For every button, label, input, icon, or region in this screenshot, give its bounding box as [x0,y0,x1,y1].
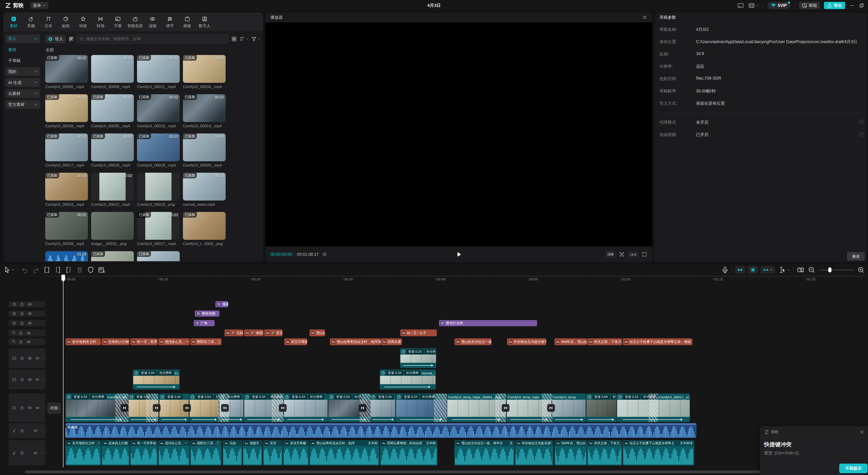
lock-icon[interactable] [19,331,23,335]
more-options-icon[interactable]: ··· [41,451,45,455]
tab-数字人[interactable]: 数字人 [196,14,213,30]
subtitle-clip[interactable]: Aa后来的人们都 [102,338,129,345]
subtitle-clip[interactable]: Aa仙玉公子此番下山就是令师尊之命，救助 [623,338,692,345]
lock-icon[interactable] [20,321,25,326]
sidebar-item-官方素材[interactable]: 官方素材 [5,100,40,109]
help-icon[interactable]: ? [859,132,864,137]
tab-字幕[interactable]: 字幕 [110,14,126,30]
effect-track-icon[interactable] [12,311,17,316]
sidebar-item-子草稿[interactable]: 子草稿 [5,56,40,65]
dismiss-button[interactable]: 不再提示 [839,464,868,473]
tts-audio-clip[interactable]: Aa灵宝天尊赐 [283,440,309,466]
track-header-fx[interactable] [9,320,45,326]
tts-audio-clip[interactable]: Aa道德天 [243,440,262,466]
media-item[interactable]: 已添加00:02ComfyUI_00035_.mp4 [91,94,134,129]
transition-icon[interactable] [279,404,287,412]
subtitle-clip[interactable]: Aa500年后，雪山仙 [554,338,587,345]
track-header-fx[interactable] [9,301,45,307]
media-item[interactable]: 已添加 [91,251,134,261]
visibility-icon[interactable] [27,377,32,382]
text-clip[interactable]: Aa雪山仙 [309,330,325,336]
media-item[interactable]: 已添加00:03normal_video.mp4 [183,173,226,207]
text-clip[interactable]: Aa仙 / 玉 / 公子 [400,330,437,336]
media-item[interactable]: 已添加00:02ComfyUI_00018_.mp4 [91,133,134,168]
tts-audio-clip[interactable]: Aa混沌生心炁，一 [158,440,190,466]
filter-icon[interactable] [251,36,257,42]
tts-audio-clip[interactable]: Aa元始 [223,440,242,466]
media-item[interactable]: image__00032_.png [91,212,134,246]
tab-模板[interactable]: 模板 [179,14,195,30]
effect-track-icon[interactable] [12,302,17,307]
track-header-video[interactable]: ··· [9,394,45,422]
tts-audio-clip[interactable]: Aa灵宝 [263,440,282,466]
track-header-fx[interactable] [9,310,45,317]
subtitle-clip[interactable]: Aa四周云雾 [381,338,402,345]
playhead-handle[interactable] [61,275,65,281]
transition-icon[interactable] [547,404,555,412]
search-box[interactable] [76,34,229,43]
text-clip[interactable]: Aa灵宝 [264,330,282,336]
mute-icon[interactable] [35,377,40,382]
fullscreen-icon[interactable] [642,252,647,257]
tts-audio-clip[interactable]: Aa并在收仙玉为徒后便不 [515,440,553,466]
more-options-icon[interactable]: ··· [43,406,47,410]
chevron-down-icon[interactable] [756,4,759,7]
subtitle-clip[interactable]: Aa混沌生心炁，一 [158,338,190,345]
media-item[interactable]: 00:02ComfyUI_00008_.mp4 [91,55,134,89]
video-clip[interactable]: 变速 0.5X补分 [189,394,219,422]
effect-clip[interactable]: 广角 [194,320,215,326]
media-item[interactable]: 已添加00:02ComfyUI_00038_.mp4 [45,94,88,129]
export-button[interactable]: 导出 [824,2,845,9]
tts-audio-clip[interactable]: Aa四周云雾缭绕，好似仙境文本朗 [380,440,437,466]
track-header-text[interactable]: TI [9,338,45,345]
media-item[interactable]: ComfyUI_00019_.png [137,173,180,207]
subtitle-clip[interactable]: Aa灵宝天尊赐 [284,338,307,345]
tts-audio-clip[interactable]: Aa有一天世界发生了。 [130,440,158,466]
restore-window-icon[interactable] [859,3,864,8]
tts-audio-clip[interactable]: Aa仙玉公子此番下山就是令师尊之文本朗读 [623,440,694,466]
music-audio-clip[interactable]: 镇魂曲 [66,423,696,438]
frame-grid-icon[interactable] [322,252,327,257]
sidebar-item-我的[interactable]: 我的 [5,67,40,76]
media-item[interactable]: 已添加00:02ComfyUI_00017_.mp4 [45,133,88,168]
tab-转场[interactable]: 转场 [92,14,109,30]
quality-button[interactable]: 清晰 [606,252,615,257]
play-button[interactable] [455,250,463,258]
video-clip[interactable]: 变速 0.4X补分辨率 [284,394,328,422]
transition-icon[interactable] [121,404,128,412]
tts-audio-clip[interactable]: Aa雪山仙尊初见仙玉时，他浑文本朗 [309,440,379,466]
lock-icon[interactable] [20,428,25,433]
media-item[interactable]: 01:00 [45,251,88,261]
scrollbar-thumb[interactable] [25,470,761,473]
subtitle-clip[interactable]: Aa雪山仙尊初见仙玉时，他浑身 [330,338,381,345]
sidebar-item-素材[interactable]: 素材 [5,45,40,54]
tab-滤镜[interactable]: 滤镜 [144,14,161,30]
overlay-video-clip[interactable]: 变速 0.4X补分辨率Co [133,370,180,389]
media-item[interactable]: 已添加00:02ComfyUI_00016_.mp4 [137,94,180,129]
minimize-icon[interactable] [849,3,855,8]
lock-icon[interactable] [20,405,25,410]
effect-clip[interactable]: 聚光灯金粉 [439,320,537,326]
transition-icon[interactable] [221,404,229,412]
import-button[interactable]: 导入 [45,35,66,43]
sidebar-item-AI 生成[interactable]: AI 生成 [5,78,40,87]
subtitle-clip[interactable]: Aa并在收仙玉为徒后便不 [507,338,546,345]
visibility-icon[interactable] [27,302,32,307]
player-menu-icon[interactable] [642,15,647,20]
track-header-text[interactable]: TI [9,330,45,336]
transition-icon[interactable] [183,404,191,412]
menu-button[interactable]: 菜单 [30,2,49,9]
track-header-video[interactable]: ··· [9,370,45,389]
text-clip[interactable]: Aa元始 [224,330,243,336]
subtitle-clip[interactable]: Aa雪山此生仅仙玉一徒 [455,338,491,345]
overlay-video-clip[interactable]: 变速 0.3X补分辨率normal_v [380,370,436,389]
visibility-icon[interactable] [27,356,32,361]
tab-调节[interactable]: 调节 [162,14,178,30]
horizontal-scrollbar[interactable] [0,470,868,473]
sidebar-item-云素材[interactable]: 云素材 [5,89,40,98]
visibility-icon[interactable] [26,339,31,344]
text-clip[interactable]: Aa道德天 [244,330,264,336]
video-track-icon[interactable] [12,405,17,410]
video-track-icon[interactable] [12,356,17,361]
visibility-icon[interactable] [27,321,32,326]
